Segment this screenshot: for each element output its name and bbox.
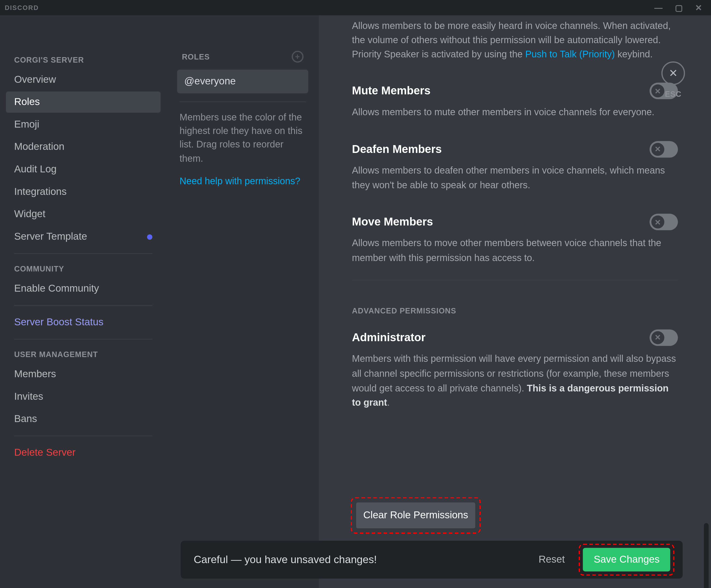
sidebar-divider — [14, 305, 152, 306]
plus-icon: + — [295, 52, 300, 61]
close-icon[interactable]: ✕ — [662, 61, 685, 85]
sidebar-item-label: Members — [14, 368, 56, 380]
reset-button[interactable]: Reset — [534, 548, 569, 572]
advanced-permissions-header: ADVANCED PERMISSIONS — [352, 306, 678, 315]
permission-title: Mute Members — [352, 84, 430, 97]
sidebar-item-label: Roles — [14, 96, 40, 108]
sidebar-item-delete-server[interactable]: Delete Server — [6, 442, 160, 463]
roles-hint: Members use the color of the highest rol… — [172, 110, 313, 165]
desc-text: . — [387, 398, 390, 408]
toggle-move-members[interactable]: ✕ — [650, 214, 678, 231]
sidebar-item-server-boost[interactable]: Server Boost Status — [6, 312, 160, 333]
sidebar-item-label: Invites — [14, 391, 43, 402]
permissions-help-link[interactable]: Need help with permissions? — [172, 165, 313, 197]
sidebar-item-roles[interactable]: Roles — [6, 91, 160, 113]
permission-description: Allows members to mute other members in … — [352, 105, 678, 120]
sidebar-item-label: Enable Community — [14, 283, 99, 295]
permission-description: Members with this permission will have e… — [352, 352, 678, 410]
permission-description: Allows members to deafen other members i… — [352, 164, 678, 193]
app-wordmark: DISCORD — [5, 4, 39, 11]
unsaved-changes-text: Careful — you have unsaved changes! — [194, 553, 377, 566]
sidebar-item-emoji[interactable]: Emoji — [6, 114, 160, 135]
sidebar-item-label: Overview — [14, 74, 56, 86]
permission-administrator: Administrator ✕ Members with this permis… — [352, 329, 678, 410]
window-close-icon[interactable]: ✕ — [695, 4, 703, 12]
role-item-everyone[interactable]: @everyone — [177, 70, 308, 93]
user-management-header: USER MANAGEMENT — [6, 345, 160, 363]
permission-title: Deafen Members — [352, 143, 442, 156]
permission-title: Administrator — [352, 331, 426, 344]
toggle-deafen-members[interactable]: ✕ — [650, 141, 678, 158]
toggle-knob-off-icon: ✕ — [651, 331, 664, 344]
server-name-header: CORGI'S SERVER — [6, 51, 160, 68]
sidebar-item-label: Audit Log — [14, 164, 57, 175]
roles-divider — [179, 102, 306, 102]
sidebar-item-moderation[interactable]: Moderation — [6, 136, 160, 158]
sidebar-item-integrations[interactable]: Integrations — [6, 181, 160, 202]
sidebar-item-label: Bans — [14, 413, 37, 425]
sidebar-item-invites[interactable]: Invites — [6, 386, 160, 407]
sidebar-divider — [14, 253, 152, 254]
sidebar-divider — [14, 436, 152, 436]
unsaved-changes-bar: Careful — you have unsaved changes! Rese… — [181, 541, 683, 579]
clear-role-permissions-button[interactable]: Clear Role Permissions — [356, 502, 476, 529]
permission-description: Allows members to move other members bet… — [352, 236, 678, 265]
permission-move-members: Move Members ✕ Allows members to move ot… — [352, 214, 678, 280]
desc-text: keybind. — [615, 49, 653, 59]
toggle-knob-off-icon: ✕ — [651, 216, 664, 229]
push-to-talk-keybind-link[interactable]: Push to Talk (Priority) — [525, 49, 615, 59]
section-divider — [352, 280, 678, 280]
notification-dot-icon — [147, 234, 152, 239]
toggle-administrator[interactable]: ✕ — [650, 329, 678, 346]
sidebar-item-overview[interactable]: Overview — [6, 69, 160, 90]
highlight-clear-role-permissions: Clear Role Permissions — [351, 497, 481, 534]
window-maximize-icon[interactable]: ▢ — [675, 4, 683, 12]
scrollbar-thumb[interactable] — [704, 523, 709, 588]
priority-speaker-description: Allows members to be more easily heard i… — [352, 16, 678, 61]
sidebar-divider — [14, 339, 152, 339]
sidebar-item-label: Moderation — [14, 141, 65, 153]
sidebar-item-label: Server Boost Status — [14, 317, 103, 328]
roles-column: ROLES + @everyone Members use the color … — [167, 16, 319, 588]
esc-label: ESC — [665, 90, 681, 99]
save-changes-button[interactable]: Save Changes — [583, 548, 670, 572]
window-titlebar: DISCORD ― ▢ ✕ — [0, 0, 711, 16]
close-settings[interactable]: ✕ ESC — [662, 61, 685, 99]
sidebar-item-label: Emoji — [14, 118, 39, 130]
community-header: COMMUNITY — [6, 260, 160, 277]
sidebar-item-label: Server Template — [14, 231, 87, 243]
sidebar-item-members[interactable]: Members — [6, 364, 160, 385]
sidebar-item-label: Integrations — [14, 186, 67, 198]
toggle-knob-off-icon: ✕ — [651, 143, 664, 156]
sidebar-item-bans[interactable]: Bans — [6, 409, 160, 430]
sidebar-item-audit-log[interactable]: Audit Log — [6, 159, 160, 180]
roles-header: ROLES — [182, 52, 210, 61]
sidebar-item-widget[interactable]: Widget — [6, 204, 160, 225]
highlight-save-changes: Save Changes — [579, 544, 674, 575]
window-minimize-icon[interactable]: ― — [654, 4, 663, 12]
add-role-button[interactable]: + — [292, 51, 304, 63]
permission-title: Move Members — [352, 216, 433, 229]
sidebar-item-label: Delete Server — [14, 447, 76, 459]
permission-deafen-members: Deafen Members ✕ Allows members to deafe… — [352, 141, 678, 193]
permission-mute-members: Mute Members ✕ Allows members to mute ot… — [352, 83, 678, 120]
sidebar-item-enable-community[interactable]: Enable Community — [6, 278, 160, 300]
settings-sidebar: CORGI'S SERVER Overview Roles Emoji Mode… — [0, 16, 167, 588]
sidebar-item-server-template[interactable]: Server Template — [6, 226, 160, 247]
role-name: @everyone — [184, 75, 236, 87]
sidebar-item-label: Widget — [14, 209, 45, 220]
